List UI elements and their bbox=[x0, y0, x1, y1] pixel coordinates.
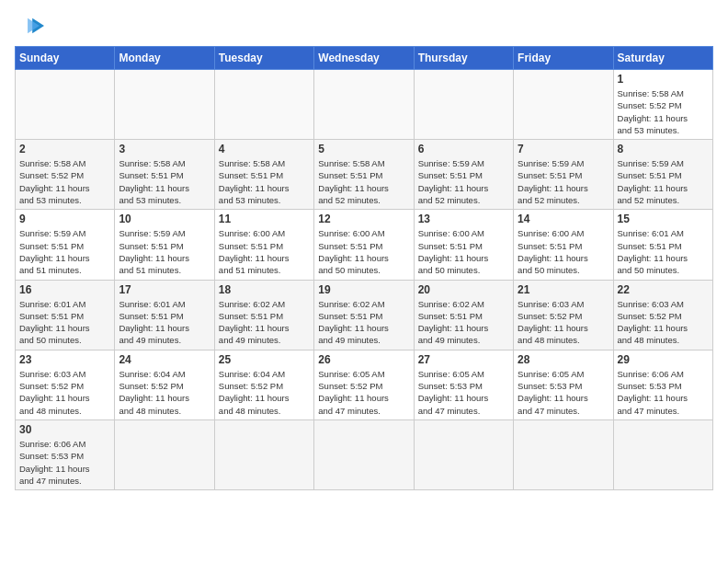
day-number: 1 bbox=[618, 73, 709, 86]
calendar-table: SundayMondayTuesdayWednesdayThursdayFrid… bbox=[15, 46, 713, 490]
day-info: Sunrise: 5:58 AM Sunset: 5:51 PM Dayligh… bbox=[219, 157, 310, 206]
day-number: 14 bbox=[518, 213, 609, 225]
logo bbox=[15, 15, 48, 35]
calendar-cell: 17Sunrise: 6:01 AM Sunset: 5:51 PM Dayli… bbox=[115, 280, 214, 350]
calendar-cell: 1Sunrise: 5:58 AM Sunset: 5:52 PM Daylig… bbox=[613, 70, 712, 140]
day-number: 4 bbox=[219, 143, 310, 155]
calendar-cell: 19Sunrise: 6:02 AM Sunset: 5:51 PM Dayli… bbox=[314, 280, 414, 350]
day-number: 22 bbox=[618, 283, 709, 296]
calendar-cell: 22Sunrise: 6:03 AM Sunset: 5:52 PM Dayli… bbox=[613, 280, 712, 350]
calendar-cell bbox=[115, 70, 214, 140]
day-info: Sunrise: 5:59 AM Sunset: 5:51 PM Dayligh… bbox=[418, 157, 509, 206]
calendar-cell bbox=[613, 419, 712, 489]
day-number: 28 bbox=[518, 353, 609, 366]
calendar-cell: 20Sunrise: 6:02 AM Sunset: 5:51 PM Dayli… bbox=[414, 280, 513, 350]
day-info: Sunrise: 6:05 AM Sunset: 5:53 PM Dayligh… bbox=[418, 368, 509, 417]
day-info: Sunrise: 5:58 AM Sunset: 5:52 PM Dayligh… bbox=[618, 87, 709, 136]
calendar-cell: 10Sunrise: 5:59 AM Sunset: 5:51 PM Dayli… bbox=[115, 210, 214, 280]
day-info: Sunrise: 6:04 AM Sunset: 5:52 PM Dayligh… bbox=[119, 368, 210, 417]
header-cell-thursday: Thursday bbox=[414, 47, 513, 70]
calendar-week-row: 9Sunrise: 5:59 AM Sunset: 5:51 PM Daylig… bbox=[16, 210, 713, 280]
logo-icon bbox=[15, 17, 44, 35]
day-number: 24 bbox=[119, 353, 210, 366]
calendar-cell bbox=[214, 419, 313, 489]
calendar-cell: 23Sunrise: 6:03 AM Sunset: 5:52 PM Dayli… bbox=[16, 350, 115, 419]
calendar-cell: 21Sunrise: 6:03 AM Sunset: 5:52 PM Dayli… bbox=[514, 280, 613, 350]
day-info: Sunrise: 5:58 AM Sunset: 5:51 PM Dayligh… bbox=[318, 157, 409, 206]
calendar-week-row: 30Sunrise: 6:06 AM Sunset: 5:53 PM Dayli… bbox=[16, 419, 713, 489]
day-info: Sunrise: 5:59 AM Sunset: 5:51 PM Dayligh… bbox=[618, 157, 709, 206]
header-cell-friday: Friday bbox=[514, 47, 613, 70]
calendar-cell: 2Sunrise: 5:58 AM Sunset: 5:52 PM Daylig… bbox=[16, 140, 115, 210]
day-number: 15 bbox=[618, 213, 709, 225]
day-info: Sunrise: 6:02 AM Sunset: 5:51 PM Dayligh… bbox=[318, 298, 409, 347]
calendar-cell bbox=[16, 70, 115, 140]
calendar-cell: 14Sunrise: 6:00 AM Sunset: 5:51 PM Dayli… bbox=[514, 210, 613, 280]
day-info: Sunrise: 6:01 AM Sunset: 5:51 PM Dayligh… bbox=[19, 298, 110, 347]
day-info: Sunrise: 6:00 AM Sunset: 5:51 PM Dayligh… bbox=[318, 227, 409, 276]
day-info: Sunrise: 6:04 AM Sunset: 5:52 PM Dayligh… bbox=[219, 368, 310, 417]
day-number: 20 bbox=[418, 283, 509, 296]
calendar-cell bbox=[314, 419, 414, 489]
calendar-week-row: 23Sunrise: 6:03 AM Sunset: 5:52 PM Dayli… bbox=[16, 350, 713, 419]
calendar-cell: 18Sunrise: 6:02 AM Sunset: 5:51 PM Dayli… bbox=[214, 280, 313, 350]
day-info: Sunrise: 6:00 AM Sunset: 5:51 PM Dayligh… bbox=[219, 227, 310, 276]
day-number: 18 bbox=[219, 283, 310, 296]
calendar-cell: 7Sunrise: 5:59 AM Sunset: 5:51 PM Daylig… bbox=[514, 140, 613, 210]
header-cell-wednesday: Wednesday bbox=[314, 47, 414, 70]
day-info: Sunrise: 5:59 AM Sunset: 5:51 PM Dayligh… bbox=[19, 227, 110, 276]
calendar-cell: 6Sunrise: 5:59 AM Sunset: 5:51 PM Daylig… bbox=[414, 140, 513, 210]
day-number: 5 bbox=[318, 143, 409, 155]
day-number: 27 bbox=[418, 353, 509, 366]
calendar-cell: 24Sunrise: 6:04 AM Sunset: 5:52 PM Dayli… bbox=[115, 350, 214, 419]
day-number: 30 bbox=[19, 423, 110, 436]
calendar-body: 1Sunrise: 5:58 AM Sunset: 5:52 PM Daylig… bbox=[16, 70, 713, 490]
day-info: Sunrise: 6:05 AM Sunset: 5:52 PM Dayligh… bbox=[318, 368, 409, 417]
calendar-cell bbox=[514, 419, 613, 489]
day-info: Sunrise: 6:02 AM Sunset: 5:51 PM Dayligh… bbox=[219, 298, 310, 347]
day-number: 3 bbox=[119, 143, 210, 155]
day-number: 26 bbox=[318, 353, 409, 366]
calendar-cell bbox=[314, 70, 414, 140]
day-info: Sunrise: 5:58 AM Sunset: 5:51 PM Dayligh… bbox=[119, 157, 210, 206]
calendar-cell bbox=[414, 419, 513, 489]
header-cell-saturday: Saturday bbox=[613, 47, 712, 70]
calendar-cell: 30Sunrise: 6:06 AM Sunset: 5:53 PM Dayli… bbox=[16, 419, 115, 489]
header-cell-tuesday: Tuesday bbox=[214, 47, 313, 70]
calendar-cell bbox=[514, 70, 613, 140]
day-number: 12 bbox=[318, 213, 409, 225]
calendar-cell: 5Sunrise: 5:58 AM Sunset: 5:51 PM Daylig… bbox=[314, 140, 414, 210]
day-info: Sunrise: 5:58 AM Sunset: 5:52 PM Dayligh… bbox=[19, 157, 110, 206]
day-number: 29 bbox=[618, 353, 709, 366]
day-info: Sunrise: 6:01 AM Sunset: 5:51 PM Dayligh… bbox=[119, 298, 210, 347]
day-number: 23 bbox=[19, 353, 110, 366]
day-info: Sunrise: 6:06 AM Sunset: 5:53 PM Dayligh… bbox=[19, 438, 110, 487]
day-number: 13 bbox=[418, 213, 509, 225]
day-number: 7 bbox=[518, 143, 609, 155]
calendar-cell: 25Sunrise: 6:04 AM Sunset: 5:52 PM Dayli… bbox=[214, 350, 313, 419]
day-info: Sunrise: 5:59 AM Sunset: 5:51 PM Dayligh… bbox=[119, 227, 210, 276]
header-cell-sunday: Sunday bbox=[16, 47, 115, 70]
day-number: 19 bbox=[318, 283, 409, 296]
day-number: 6 bbox=[418, 143, 509, 155]
day-info: Sunrise: 6:01 AM Sunset: 5:51 PM Dayligh… bbox=[618, 227, 709, 276]
calendar-cell: 9Sunrise: 5:59 AM Sunset: 5:51 PM Daylig… bbox=[16, 210, 115, 280]
calendar-week-row: 16Sunrise: 6:01 AM Sunset: 5:51 PM Dayli… bbox=[16, 280, 713, 350]
day-info: Sunrise: 6:02 AM Sunset: 5:51 PM Dayligh… bbox=[418, 298, 509, 347]
day-number: 8 bbox=[618, 143, 709, 155]
header-cell-monday: Monday bbox=[115, 47, 214, 70]
calendar-cell: 29Sunrise: 6:06 AM Sunset: 5:53 PM Dayli… bbox=[613, 350, 712, 419]
calendar-cell: 26Sunrise: 6:05 AM Sunset: 5:52 PM Dayli… bbox=[314, 350, 414, 419]
day-info: Sunrise: 6:00 AM Sunset: 5:51 PM Dayligh… bbox=[518, 227, 609, 276]
calendar-cell bbox=[115, 419, 214, 489]
calendar-week-row: 2Sunrise: 5:58 AM Sunset: 5:52 PM Daylig… bbox=[16, 140, 713, 210]
calendar-cell: 3Sunrise: 5:58 AM Sunset: 5:51 PM Daylig… bbox=[115, 140, 214, 210]
calendar-cell: 13Sunrise: 6:00 AM Sunset: 5:51 PM Dayli… bbox=[414, 210, 513, 280]
day-info: Sunrise: 5:59 AM Sunset: 5:51 PM Dayligh… bbox=[518, 157, 609, 206]
calendar-cell: 4Sunrise: 5:58 AM Sunset: 5:51 PM Daylig… bbox=[214, 140, 313, 210]
calendar-cell: 15Sunrise: 6:01 AM Sunset: 5:51 PM Dayli… bbox=[613, 210, 712, 280]
day-number: 16 bbox=[19, 283, 110, 296]
calendar-cell: 8Sunrise: 5:59 AM Sunset: 5:51 PM Daylig… bbox=[613, 140, 712, 210]
day-number: 10 bbox=[119, 213, 210, 225]
day-number: 21 bbox=[518, 283, 609, 296]
